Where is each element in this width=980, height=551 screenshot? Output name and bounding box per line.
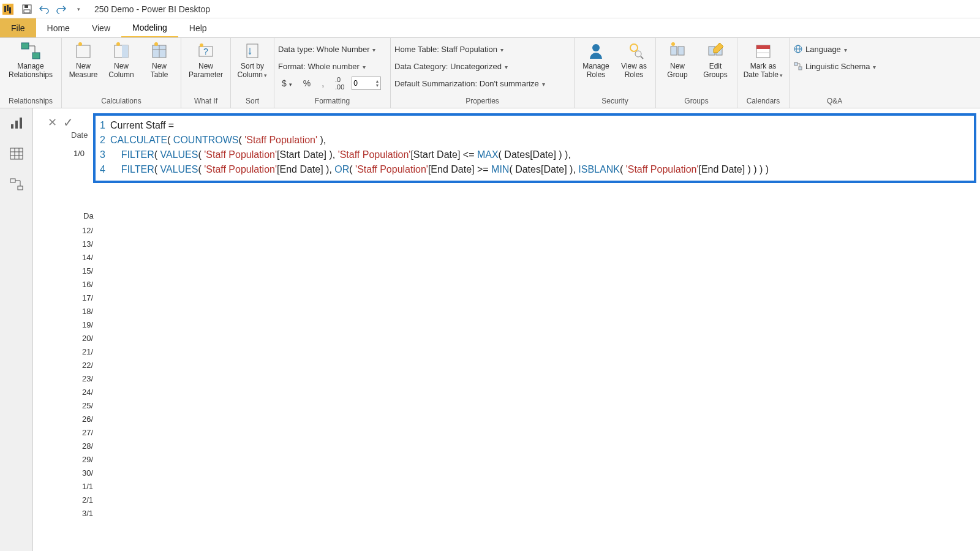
new-table-button[interactable]: New Table (141, 39, 177, 80)
mark-as-date-table-button[interactable]: Mark as Date Table (741, 39, 785, 80)
svg-point-18 (592, 44, 600, 51)
manage-relationships-button[interactable]: Manage Relationships (4, 39, 58, 80)
group-sort-label: Sort (235, 96, 270, 108)
new-parameter-button[interactable]: ? New Parameter (185, 39, 227, 80)
peek-row: 20/ (82, 334, 93, 347)
svg-rect-1 (24, 5, 28, 8)
svg-rect-8 (122, 45, 128, 58)
svg-point-6 (78, 42, 82, 46)
svg-point-16 (200, 43, 203, 47)
linguistic-schema-dropdown[interactable]: Linguistic Schema (793, 58, 876, 75)
peek-row: 14/ (82, 253, 93, 266)
save-button[interactable] (20, 2, 34, 17)
svg-point-13 (154, 42, 158, 46)
new-table-label: New Table (151, 62, 168, 80)
tab-file[interactable]: File (0, 18, 36, 37)
svg-point-19 (630, 44, 638, 51)
group-properties-label: Properties (394, 96, 570, 108)
peek-row: 15/ (82, 266, 93, 280)
svg-rect-2 (24, 10, 30, 13)
tab-home[interactable]: Home (36, 18, 81, 37)
peek-row: 16/ (82, 280, 93, 293)
new-group-button[interactable]: New Group (660, 39, 695, 80)
menu-tabs: File Home View Modeling Help (0, 18, 980, 38)
svg-rect-4 (32, 53, 40, 59)
tab-view[interactable]: View (81, 18, 121, 37)
view-as-icon (624, 40, 644, 61)
svg-rect-17 (247, 44, 258, 58)
new-measure-button[interactable]: New Measure (66, 39, 101, 80)
data-view-icon[interactable] (8, 145, 25, 162)
default-summarization-dropdown[interactable]: Default Summarization: Don't summarize (394, 75, 570, 92)
group-qa: Language Linguistic Schema Q&A (790, 38, 880, 108)
peek-rows: 12/13/14/15/16/17/18/19/20/21/22/23/24/2… (82, 226, 93, 522)
mark-as-label: Mark as Date Table (744, 62, 783, 80)
sort-by-column-button[interactable]: Sort by Column (235, 39, 270, 80)
peek-row: 1/1 (82, 482, 93, 495)
peek-row: 17/ (82, 293, 93, 307)
svg-rect-22 (671, 47, 677, 55)
report-view-icon[interactable] (8, 114, 25, 132)
svg-rect-35 (11, 124, 13, 129)
group-relationships-label: Relationships (4, 96, 58, 108)
svg-rect-43 (10, 179, 15, 182)
work-area: Date 1/0 ✕ ✓ 1Current Staff = 2CALCULATE… (33, 108, 980, 551)
cancel-formula-button[interactable]: ✕ (48, 116, 57, 129)
svg-rect-28 (756, 45, 770, 49)
peek-row: 29/ (82, 455, 93, 468)
undo-button[interactable] (37, 2, 51, 17)
code-line-3: FILTER( VALUES( 'Staff Population'[Start… (110, 148, 571, 162)
manage-roles-button[interactable]: Manage Roles (578, 39, 614, 80)
tab-modeling[interactable]: Modeling (121, 18, 178, 37)
group-formatting-label: Formatting (278, 96, 386, 108)
peek-row: 24/ (82, 388, 93, 401)
language-dropdown[interactable]: Language (793, 40, 876, 58)
group-relationships: Manage Relationships Relationships (0, 38, 62, 108)
peek-row: 13/ (82, 239, 93, 253)
qat-customize[interactable]: ▾ (71, 2, 86, 17)
manage-relationships-label: Manage Relationships (9, 62, 53, 80)
home-table-dropdown[interactable]: Home Table: Staff Population (394, 40, 570, 58)
format-dropdown[interactable]: Format: Whole number (278, 58, 386, 75)
data-type-dropdown[interactable]: Data type: Whole Number (278, 40, 386, 58)
tab-help[interactable]: Help (178, 18, 218, 37)
view-as-roles-button[interactable]: View as Roles (616, 39, 652, 80)
peek-row: 26/ (82, 414, 93, 428)
decimal-spinner[interactable]: ▲▼ (375, 79, 379, 88)
percent-button[interactable]: % (300, 77, 314, 89)
sort-by-label: Sort by Column (238, 62, 268, 80)
peek-row: 30/ (82, 468, 93, 482)
formula-bar[interactable]: 1Current Staff = 2CALCULATE( COUNTROWS( … (93, 113, 976, 183)
commit-formula-button[interactable]: ✓ (63, 115, 74, 130)
window-title: 250 Demo - Power BI Desktop (94, 4, 210, 14)
data-category-dropdown[interactable]: Data Category: Uncategorized (394, 58, 570, 75)
dax-editor[interactable]: 1Current Staff = 2CALCULATE( COUNTROWS( … (96, 116, 974, 181)
new-column-button[interactable]: New Column (104, 39, 139, 80)
currency-button[interactable]: $ ▾ (278, 77, 296, 89)
svg-rect-33 (794, 62, 797, 66)
svg-rect-44 (18, 186, 23, 190)
group-groups: New Group Edit Groups Groups (656, 38, 737, 108)
left-rail (0, 108, 33, 551)
decimal-icon: .0.00 (331, 75, 348, 92)
model-view-icon[interactable] (8, 176, 25, 193)
edit-groups-label: Edit Groups (703, 62, 727, 80)
peek-row: 12/ (82, 226, 93, 239)
group-qa-label: Q&A (793, 96, 876, 108)
peek-header-2: Da (83, 211, 103, 220)
redo-button[interactable] (54, 2, 69, 17)
group-security: Manage Roles View as Roles Security (575, 38, 656, 108)
formula-controls: ✕ ✓ (42, 113, 88, 132)
peek-row: 19/ (82, 320, 93, 334)
decimal-places-input[interactable]: 0 ▲▼ (352, 77, 381, 90)
new-parameter-label: New Parameter (189, 62, 223, 80)
code-line-1: Current Staff = (110, 118, 174, 133)
group-calculations: New Measure New Column New Table Calcula… (62, 38, 181, 108)
comma-button[interactable]: , (318, 77, 328, 89)
peek-row: 25/ (82, 401, 93, 414)
edit-groups-button[interactable]: Edit Groups (698, 39, 733, 80)
parameter-icon: ? (195, 40, 216, 61)
code-line-2: CALCULATE( COUNTROWS( 'Staff Population'… (110, 133, 326, 148)
svg-rect-38 (10, 148, 23, 159)
measure-icon (73, 40, 94, 61)
